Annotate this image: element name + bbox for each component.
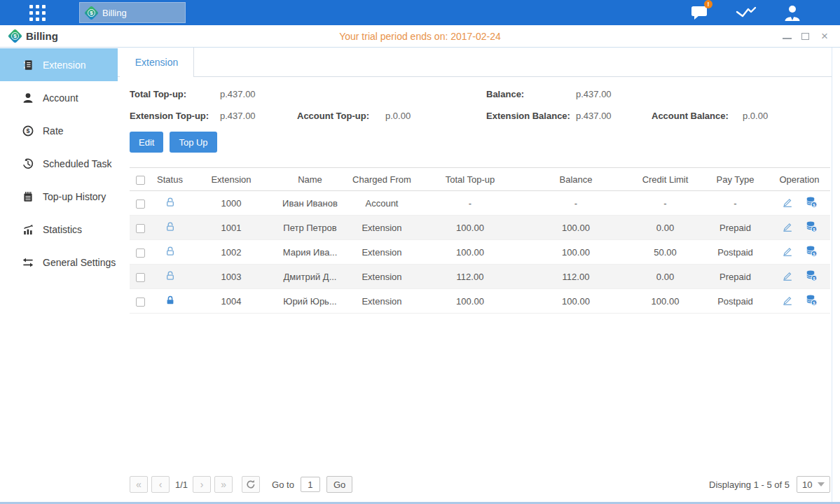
- taskbar-item-billing[interactable]: $ Billing: [79, 2, 186, 23]
- col-name: Name: [273, 168, 347, 191]
- unlocked-icon: [165, 270, 176, 281]
- window-content: Extension Account $ Rate: [0, 48, 840, 503]
- sidebar-item-account[interactable]: Account: [0, 81, 118, 114]
- page-size-select[interactable]: 10: [797, 476, 830, 493]
- row-checkbox[interactable]: [136, 224, 145, 233]
- topup-row-icon[interactable]: $: [805, 245, 818, 257]
- sidebar-item-label: Top-up History: [43, 191, 106, 202]
- top-up-button[interactable]: Top Up: [170, 132, 216, 153]
- notification-badge: !: [704, 0, 712, 8]
- apps-grid-icon[interactable]: [25, 3, 50, 22]
- unlocked-icon: [165, 197, 176, 208]
- billing-app-icon: $: [8, 29, 22, 43]
- cell-total-topup: 100.00: [417, 289, 523, 314]
- sidebar-item-label: Account: [43, 92, 78, 104]
- row-checkbox[interactable]: [136, 273, 145, 282]
- sidebar-item-statistics[interactable]: Statistics: [0, 213, 118, 246]
- message-icon[interactable]: !: [689, 3, 711, 22]
- maximize-icon[interactable]: [801, 33, 809, 40]
- cell-name: Дмитрий Д...: [273, 265, 347, 289]
- col-extension: Extension: [189, 168, 273, 191]
- topup-row-icon[interactable]: $: [805, 270, 818, 281]
- next-page-button[interactable]: ›: [193, 476, 211, 493]
- apps-grid-glyph: [29, 5, 46, 21]
- go-button[interactable]: Go: [326, 476, 352, 493]
- col-total-topup: Total Top-up: [417, 168, 523, 191]
- tab-extension[interactable]: Extension: [120, 48, 194, 77]
- topup-row-icon[interactable]: $: [805, 294, 818, 306]
- edit-button[interactable]: Edit: [130, 132, 163, 153]
- bar-chart-icon: [22, 224, 34, 235]
- edit-row-icon[interactable]: [781, 197, 794, 208]
- first-page-button[interactable]: «: [130, 476, 148, 493]
- select-all-checkbox[interactable]: [136, 176, 145, 185]
- cell-total-topup: 100.00: [417, 216, 523, 240]
- table-row: 1004 Юрий Юрь... Extension 100.00 100.00…: [130, 289, 830, 314]
- minimize-icon[interactable]: [783, 34, 792, 39]
- cell-extension: 1001: [189, 216, 273, 240]
- sidebar-item-label: Scheduled Task: [43, 158, 112, 169]
- extension-table: Status Extension Name Charged From Total…: [130, 167, 830, 314]
- summary-panel: Total Top-up: p.437.00 Balance: p.437.00…: [118, 77, 840, 121]
- cell-extension: 1002: [189, 240, 273, 265]
- refresh-button[interactable]: [242, 476, 260, 493]
- ledger-icon: [22, 59, 34, 71]
- sidebar-item-label: Extension: [43, 59, 85, 71]
- row-checkbox[interactable]: [136, 248, 145, 258]
- cell-pay-type: Prepaid: [702, 216, 769, 240]
- prev-page-button[interactable]: ‹: [151, 476, 170, 493]
- topup-row-icon[interactable]: $: [805, 196, 818, 208]
- resource-monitor-icon[interactable]: [735, 3, 757, 22]
- edit-row-icon[interactable]: [781, 221, 794, 232]
- edit-row-icon[interactable]: [781, 295, 794, 306]
- pagination-bar: « ‹ 1/1 › » Go to Go Displaying 1 - 5 of…: [118, 476, 840, 503]
- cell-charged-from: Extension: [347, 265, 417, 289]
- goto-label: Go to: [272, 479, 294, 490]
- cell-balance: 100.00: [523, 289, 628, 314]
- sidebar-item-topup-history[interactable]: Top-up History: [0, 180, 118, 213]
- row-checkbox[interactable]: [136, 200, 145, 209]
- sidebar-item-general-settings[interactable]: General Settings: [0, 246, 118, 279]
- goto-page-input[interactable]: [301, 477, 320, 492]
- window-title: Billing: [26, 30, 58, 42]
- cell-balance: 100.00: [523, 240, 628, 265]
- col-status: Status: [151, 168, 189, 191]
- cell-total-topup: 100.00: [417, 240, 523, 265]
- cell-extension: 1004: [189, 289, 273, 314]
- sidebar-item-extension[interactable]: Extension: [0, 48, 118, 81]
- billing-diamond-icon: $: [84, 5, 99, 20]
- cell-balance: 100.00: [523, 216, 628, 240]
- locked-icon: [165, 295, 176, 306]
- edit-row-icon[interactable]: [781, 246, 794, 257]
- sidebar-item-label: General Settings: [43, 257, 116, 268]
- sidebar-item-scheduled-task[interactable]: Scheduled Task: [0, 147, 118, 180]
- account-balance-value: p.0.00: [743, 111, 830, 121]
- table-row: 1002 Мария Ива... Extension 100.00 100.0…: [130, 240, 830, 265]
- cell-total-topup: 112.00: [417, 265, 523, 289]
- cell-credit-limit: -: [628, 191, 702, 216]
- scrollbar-track: [832, 48, 840, 502]
- account-topup-value: p.0.00: [385, 111, 486, 121]
- topup-row-icon[interactable]: $: [805, 220, 818, 232]
- balance-label: Balance:: [486, 89, 576, 99]
- screen: $ Billing !: [0, 0, 840, 504]
- account-balance-label: Account Balance:: [652, 111, 743, 121]
- close-icon[interactable]: ×: [819, 31, 830, 41]
- cell-extension: 1000: [189, 191, 273, 216]
- cell-pay-type: Postpaid: [702, 240, 769, 265]
- sidebar-item-rate[interactable]: $ Rate: [0, 114, 118, 147]
- edit-row-icon[interactable]: [781, 270, 794, 281]
- user-icon[interactable]: [781, 3, 804, 22]
- cell-total-topup: -: [417, 191, 523, 216]
- extension-balance-value: p.437.00: [576, 111, 652, 121]
- row-checkbox[interactable]: [136, 298, 145, 307]
- account-topup-label: Account Top-up:: [297, 111, 385, 121]
- dollar-circle-icon: $: [22, 125, 34, 136]
- window-controls: ×: [783, 31, 830, 41]
- last-page-button[interactable]: »: [214, 476, 233, 493]
- table-header-row: Status Extension Name Charged From Total…: [130, 168, 830, 191]
- refresh-icon: [246, 479, 256, 489]
- cell-credit-limit: 50.00: [628, 240, 702, 265]
- cell-credit-limit: 100.00: [628, 289, 702, 314]
- cell-name: Мария Ива...: [273, 240, 347, 265]
